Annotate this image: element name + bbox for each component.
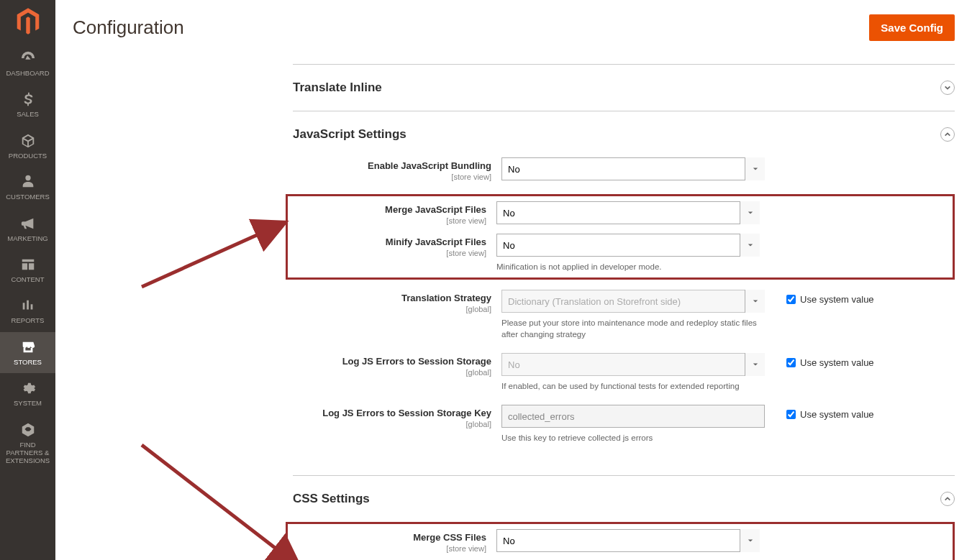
field-note: Please put your store into maintenance m…	[501, 317, 765, 340]
page-title: Configuration	[73, 17, 184, 39]
nav-label: PRODUCTS	[9, 152, 47, 160]
field-scope: [store view]	[288, 216, 486, 225]
nav-stores[interactable]: STORES	[0, 332, 55, 373]
page-header: Configuration Save Config	[55, 0, 972, 64]
nav-label: SALES	[17, 110, 39, 118]
section-title: Translate Inline	[293, 81, 382, 95]
chevron-down-icon	[940, 81, 955, 95]
section-title: JavaScript Settings	[293, 127, 406, 142]
section-translate-inline: Translate Inline	[293, 64, 955, 111]
save-config-button[interactable]: Save Config	[869, 14, 955, 41]
checkbox-sysval-log-errors[interactable]	[786, 358, 796, 367]
sysval-label: Use system value	[800, 357, 874, 368]
svg-line-0	[142, 222, 286, 287]
nav-sales[interactable]: SALES	[0, 84, 55, 125]
products-icon	[20, 133, 36, 149]
section-title: CSS Settings	[293, 492, 370, 506]
section-header-translate[interactable]: Translate Inline	[293, 65, 955, 111]
field-label: Enable JavaScript Bundling	[293, 160, 491, 171]
nav-label: CUSTOMERS	[6, 193, 50, 201]
stores-icon	[20, 339, 36, 355]
section-javascript-settings: JavaScript Settings Enable JavaScript Bu…	[293, 111, 955, 475]
field-scope: [store view]	[288, 544, 486, 553]
field-log-js-errors-key: Log JS Errors to Session Storage Key [gl…	[293, 405, 955, 444]
nav-label: SYSTEM	[14, 399, 42, 407]
nav-content[interactable]: CONTENT	[0, 249, 55, 290]
highlight-js-files: Merge JavaScript Files [store view] No	[286, 194, 955, 280]
reports-icon	[20, 298, 36, 313]
select-merge-js-files[interactable]: No	[496, 201, 760, 224]
nav-marketing[interactable]: MARKETING	[0, 208, 55, 249]
nav-products[interactable]: PRODUCTS	[0, 126, 55, 167]
svg-line-1	[142, 445, 300, 560]
field-label: Translation Strategy	[293, 293, 491, 303]
section-header-js[interactable]: JavaScript Settings	[293, 111, 955, 157]
field-scope: [global]	[293, 368, 491, 377]
nav-label: REPORTS	[12, 316, 45, 324]
nav-partners[interactable]: FIND PARTNERS & EXTENSIONS	[0, 415, 55, 472]
field-label: Minify JavaScript Files	[288, 237, 486, 247]
partners-icon	[20, 422, 36, 438]
section-css-settings: CSS Settings Merge CSS Files [store view…	[293, 475, 955, 560]
field-scope: [global]	[293, 305, 491, 313]
chevron-up-icon	[940, 127, 955, 142]
nav-system[interactable]: SYSTEM	[0, 373, 55, 414]
config-content: Translate Inline JavaScript Settings Ena…	[55, 64, 972, 560]
nav-label: MARKETING	[7, 234, 47, 242]
highlight-css-files: Merge CSS Files [store view] No Min	[286, 522, 955, 560]
section-body-css: Merge CSS Files [store view] No Min	[293, 522, 955, 560]
field-note: If enabled, can be used by functional te…	[501, 380, 765, 392]
nav-dashboard[interactable]: DASHBOARD	[0, 43, 55, 84]
field-label: Log JS Errors to Session Storage Key	[293, 408, 491, 418]
sysval-label: Use system value	[800, 294, 874, 305]
field-scope: [global]	[293, 420, 491, 428]
chevron-up-icon	[940, 492, 955, 506]
field-translation-strategy: Translation Strategy [global] Dictionary…	[293, 290, 955, 340]
field-scope: [store view]	[288, 249, 486, 257]
select-log-js-errors[interactable]: No	[501, 353, 765, 376]
magento-logo[interactable]	[0, 0, 55, 43]
dashboard-icon	[20, 50, 36, 66]
field-minify-js-files: Minify JavaScript Files [store view] No …	[288, 234, 938, 272]
nav-label: CONTENT	[12, 275, 45, 283]
checkbox-sysval-translation[interactable]	[786, 295, 796, 304]
select-merge-css-files[interactable]: No	[496, 529, 760, 552]
nav-label: STORES	[14, 358, 42, 366]
field-log-js-errors: Log JS Errors to Session Storage [global…	[293, 353, 955, 392]
admin-sidebar: DASHBOARD SALES PRODUCTS CUSTOMERS MARKE…	[0, 0, 55, 560]
field-merge-js-files: Merge JavaScript Files [store view] No	[288, 201, 938, 225]
input-log-key[interactable]	[501, 405, 765, 428]
field-note: Use this key to retrieve collected js er…	[501, 432, 765, 444]
field-label: Merge CSS Files	[288, 532, 486, 543]
field-label: Log JS Errors to Session Storage	[293, 356, 491, 367]
select-translation-strategy[interactable]: Dictionary (Translation on Storefront si…	[501, 290, 765, 313]
sysval-label: Use system value	[800, 409, 874, 420]
section-body-js: Enable JavaScript Bundling [store view] …	[293, 157, 955, 475]
customers-icon	[20, 174, 36, 190]
nav-label: FIND PARTNERS & EXTENSIONS	[3, 441, 53, 465]
field-label: Merge JavaScript Files	[288, 204, 486, 215]
nav-label: DASHBOARD	[6, 69, 49, 77]
annotation-arrow-1	[135, 201, 300, 294]
main-content: Configuration Save Config Translate Inli…	[55, 0, 972, 560]
gear-icon	[20, 380, 36, 396]
megaphone-icon	[20, 216, 36, 231]
field-scope: [store view]	[293, 173, 491, 181]
nav-reports[interactable]: REPORTS	[0, 290, 55, 331]
field-merge-css-files: Merge CSS Files [store view] No	[288, 529, 938, 553]
section-header-css[interactable]: CSS Settings	[293, 476, 955, 522]
select-enable-js-bundling[interactable]: No	[501, 157, 765, 180]
nav-customers[interactable]: CUSTOMERS	[0, 167, 55, 208]
content-icon	[20, 257, 36, 272]
dollar-icon	[20, 91, 36, 107]
field-enable-js-bundling: Enable JavaScript Bundling [store view] …	[293, 157, 955, 181]
field-note: Minification is not applied in developer…	[496, 261, 760, 272]
select-minify-js-files[interactable]: No	[496, 234, 760, 257]
checkbox-sysval-log-key[interactable]	[786, 410, 796, 419]
